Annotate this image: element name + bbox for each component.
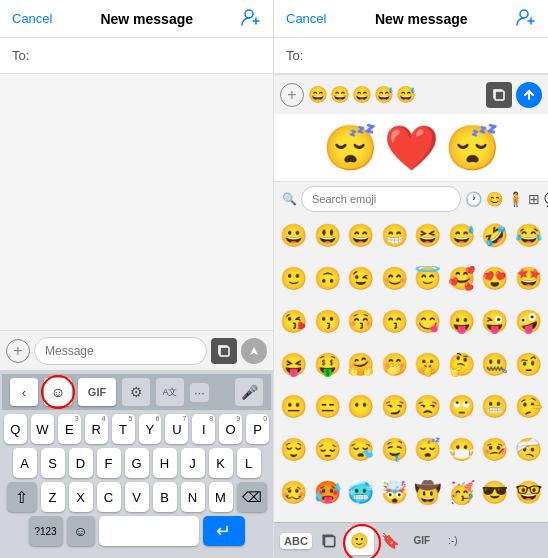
key-Y[interactable]: Y6	[139, 414, 162, 444]
keyboard-emoji-button[interactable]: ☺	[44, 378, 72, 406]
key-X[interactable]: X	[69, 482, 93, 512]
emoji-search-input[interactable]	[301, 186, 461, 212]
keyboard-mic-button[interactable]: 🎤	[235, 378, 263, 406]
emoji-face-icon[interactable]: 😊	[486, 191, 503, 207]
emoji-cell[interactable]: 🤤	[379, 434, 411, 466]
emoji-cell[interactable]: 🤑	[312, 349, 344, 381]
emoji-cell[interactable]: 😆	[412, 220, 444, 252]
key-W[interactable]: W	[31, 414, 54, 444]
right-copy-button[interactable]	[486, 82, 512, 108]
emoji-cell[interactable]: 🙃	[312, 263, 344, 295]
emoji-cell[interactable]: 😉	[345, 263, 377, 295]
emoji-cell[interactable]: 🤐	[479, 349, 511, 381]
emoji-cell[interactable]: 😀	[278, 220, 310, 252]
key-enter[interactable]: ↵	[203, 516, 245, 546]
emoji-cell[interactable]: 😙	[379, 306, 411, 338]
emoji-cell[interactable]: 😑	[312, 391, 344, 423]
keyboard-back-button[interactable]: ‹	[10, 378, 38, 406]
grid-icon[interactable]: ⊞	[528, 191, 540, 207]
key-N[interactable]: N	[181, 482, 205, 512]
key-U[interactable]: U7	[165, 414, 188, 444]
right-add-contact-button[interactable]	[516, 8, 536, 30]
emoji-cell[interactable]: 😂	[513, 220, 545, 252]
emoji-cell[interactable]: 😐	[278, 391, 310, 423]
key-F[interactable]: F	[97, 448, 121, 478]
keyboard-more-button[interactable]: ···	[190, 383, 209, 402]
people-icon[interactable]: 🧍	[507, 191, 524, 207]
right-to-input[interactable]	[309, 48, 536, 63]
emoji-cell[interactable]: 😎	[479, 477, 511, 509]
key-M[interactable]: M	[209, 482, 233, 512]
emoji-bottom-abc-button[interactable]: ABC	[280, 533, 312, 549]
key-T[interactable]: T5	[112, 414, 135, 444]
emoji-cell[interactable]: 😃	[312, 220, 344, 252]
key-delete[interactable]: ⌫	[237, 482, 267, 512]
emoji-cell[interactable]: 😒	[412, 391, 444, 423]
keyboard-settings-button[interactable]: ⚙	[122, 378, 150, 406]
emoji-cell[interactable]: 😄	[345, 220, 377, 252]
emoji-cell[interactable]: 🤗	[345, 349, 377, 381]
key-emoji-small[interactable]: ☺	[67, 516, 95, 546]
key-O[interactable]: O9	[219, 414, 242, 444]
left-copy-button[interactable]	[211, 338, 237, 364]
key-I[interactable]: I8	[192, 414, 215, 444]
left-cancel-button[interactable]: Cancel	[12, 11, 52, 26]
left-message-input[interactable]	[34, 337, 207, 365]
emoji-cell[interactable]: 🤕	[513, 434, 545, 466]
emoji-cell[interactable]: 😇	[412, 263, 444, 295]
emoji-cell[interactable]: 😍	[479, 263, 511, 295]
emoji-cell[interactable]: 🤓	[513, 477, 545, 509]
emoji-bottom-gif-button[interactable]: GIF	[408, 527, 436, 555]
emoji-cell[interactable]: 😗	[312, 306, 344, 338]
emoji-cell[interactable]: 🥰	[446, 263, 478, 295]
right-plus-button[interactable]: +	[280, 83, 304, 107]
emoji-cell[interactable]: 😘	[278, 306, 310, 338]
key-J[interactable]: J	[181, 448, 205, 478]
key-space[interactable]	[99, 516, 199, 546]
key-V[interactable]: V	[125, 482, 149, 512]
emoji-cell[interactable]: 🥵	[312, 477, 344, 509]
left-add-contact-button[interactable]	[241, 8, 261, 30]
emoji-cell[interactable]: 😝	[278, 349, 310, 381]
emoji-preview-2[interactable]: ❤️	[384, 126, 439, 170]
emoji-cell[interactable]: 🤠	[412, 477, 444, 509]
emoji-cell[interactable]: 🤔	[446, 349, 478, 381]
key-S[interactable]: S	[41, 448, 65, 478]
emoji-cell[interactable]: 🤒	[479, 434, 511, 466]
emoji-cell[interactable]: 😷	[446, 434, 478, 466]
key-Q[interactable]: Q	[4, 414, 27, 444]
right-send-button[interactable]	[516, 82, 542, 108]
emoji-bottom-text-button[interactable]: :-)	[439, 527, 467, 555]
emoji-cell[interactable]: 🙂	[278, 263, 310, 295]
key-123[interactable]: ?123	[29, 516, 63, 546]
emoji-cell[interactable]: 😋	[412, 306, 444, 338]
key-L[interactable]: L	[237, 448, 261, 478]
key-Z[interactable]: Z	[41, 482, 65, 512]
emoji-bottom-copy-button[interactable]	[315, 527, 343, 555]
clock-icon[interactable]: 🕐	[465, 191, 482, 207]
right-cancel-button[interactable]: Cancel	[286, 11, 326, 26]
key-E[interactable]: E3	[58, 414, 81, 444]
emoji-cell[interactable]: 😔	[312, 434, 344, 466]
keyboard-gif-button[interactable]: GIF	[78, 378, 116, 406]
key-R[interactable]: R4	[85, 414, 108, 444]
key-A[interactable]: A	[13, 448, 37, 478]
emoji-cell[interactable]: 😁	[379, 220, 411, 252]
emoji-cell[interactable]: 🤥	[513, 391, 545, 423]
emoji-cell[interactable]: 🤫	[412, 349, 444, 381]
emoji-preview-3[interactable]: 😴	[445, 126, 500, 170]
emoji-cell[interactable]: 🙄	[446, 391, 478, 423]
emoji-cell[interactable]: 😬	[479, 391, 511, 423]
emoji-cell[interactable]: 🤭	[379, 349, 411, 381]
emoji-cell[interactable]: 😶	[345, 391, 377, 423]
left-send-button[interactable]	[241, 338, 267, 364]
key-D[interactable]: D	[69, 448, 93, 478]
left-plus-button[interactable]: +	[6, 339, 30, 363]
keyboard-translate-button[interactable]: A文	[156, 378, 184, 406]
emoji-cell[interactable]: 😛	[446, 306, 478, 338]
key-shift[interactable]: ⇧	[7, 482, 37, 512]
emoji-cell[interactable]: 😅	[446, 220, 478, 252]
key-B[interactable]: B	[153, 482, 177, 512]
emoji-cell[interactable]: 😴	[412, 434, 444, 466]
emoji-cell[interactable]: 🤨	[513, 349, 545, 381]
